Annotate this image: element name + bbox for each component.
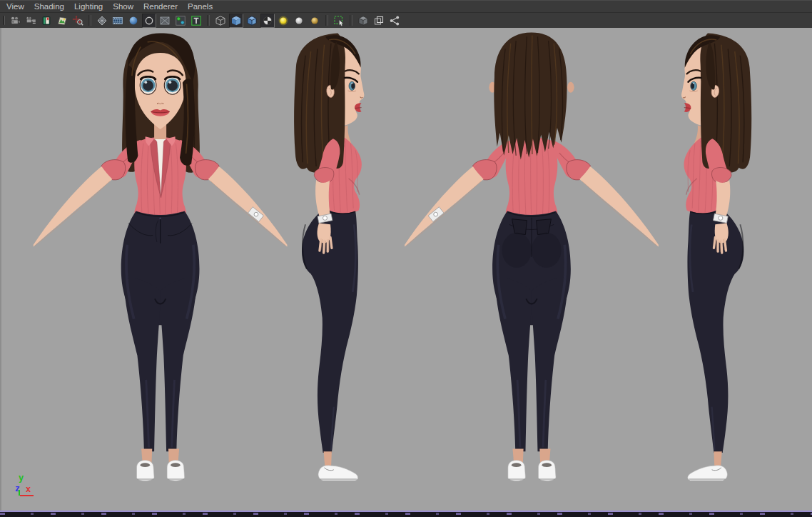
- overlap-squares-icon: [373, 15, 385, 26]
- toolbar-separator: [325, 15, 328, 26]
- camera-attributes-button[interactable]: [24, 14, 38, 28]
- shaded-sphere-button[interactable]: [126, 14, 141, 28]
- image-plane-button[interactable]: [55, 14, 69, 28]
- menu-renderer[interactable]: Renderer: [143, 1, 178, 12]
- crossed-grid-icon: [159, 15, 171, 26]
- character-back-view[interactable]: [405, 33, 659, 481]
- no-textures-button[interactable]: [158, 14, 172, 28]
- flat-lighting-button[interactable]: [292, 14, 306, 28]
- character-turnaround-scene: [0, 28, 812, 517]
- panel-toolbar: [0, 12, 812, 28]
- toolbar-separator: [207, 15, 210, 26]
- panel-menu-bar: View Shading Lighting Show Renderer Pane…: [0, 0, 812, 12]
- viewport[interactable]: y z x: [0, 28, 812, 517]
- toolbar-separator: [350, 15, 352, 26]
- shaded-cube-button[interactable]: [229, 14, 243, 28]
- image-plane-icon: [56, 15, 68, 26]
- yellow-light-icon: [278, 15, 289, 26]
- camera-attributes-icon: [25, 15, 36, 26]
- axis-x-line: [20, 495, 34, 496]
- menu-panels[interactable]: Panels: [188, 1, 213, 12]
- white-light-icon: [293, 15, 305, 26]
- shaded-cube-icon: [230, 15, 242, 26]
- wireframe-on-shaded-button[interactable]: [245, 14, 259, 28]
- textured-ball-button[interactable]: [260, 14, 275, 28]
- menu-show[interactable]: Show: [113, 1, 133, 12]
- default-lighting-button[interactable]: [276, 14, 290, 28]
- viewport-panel: View Shading Lighting Show Renderer Pane…: [0, 0, 812, 517]
- checker-ball-icon: [262, 15, 273, 26]
- menu-view[interactable]: View: [6, 1, 24, 12]
- all-lights-button[interactable]: [308, 14, 322, 28]
- toolbar-drag-handle[interactable]: [3, 16, 4, 25]
- menu-lighting[interactable]: Lighting: [74, 1, 103, 12]
- select-camera-button[interactable]: [8, 14, 22, 28]
- character-front-view[interactable]: [34, 34, 288, 481]
- pan-zoom-icon: [72, 15, 83, 26]
- node-share-button[interactable]: [387, 14, 402, 28]
- textured-display-button[interactable]: [189, 14, 203, 28]
- wireframe-cube-icon: [215, 15, 226, 26]
- character-side-left-view[interactable]: [681, 34, 751, 481]
- bookmark-book-icon: [41, 15, 52, 26]
- axis-x-label: x: [26, 486, 31, 494]
- wireframe-sphere-button[interactable]: [95, 14, 109, 28]
- gray-cube-icon: [357, 15, 369, 26]
- wireframe-on-shaded-cube-icon: [246, 15, 258, 26]
- axis-gizmo: y z x: [14, 474, 46, 503]
- gold-light-icon: [309, 15, 320, 26]
- isolate-select-button[interactable]: [332, 14, 346, 28]
- menu-shading[interactable]: Shading: [34, 1, 64, 12]
- circle-icon: [143, 15, 155, 26]
- textured-t-icon: [191, 15, 202, 26]
- material-balls-icon: [175, 15, 186, 26]
- character-side-right-view[interactable]: [294, 34, 364, 481]
- bookmarks-button[interactable]: [39, 14, 54, 28]
- select-camera-icon: [9, 15, 21, 26]
- smooth-shade-circle-button[interactable]: [142, 14, 156, 28]
- wireframe-cube-button[interactable]: [213, 14, 228, 28]
- film-grid-icon: [112, 15, 123, 26]
- share-nodes-icon: [389, 15, 400, 26]
- axis-y-label: y: [19, 474, 24, 483]
- pan-zoom-2d-button[interactable]: [71, 14, 85, 28]
- shaded-sphere-icon: [128, 15, 139, 26]
- stacked-panels-button[interactable]: [372, 14, 386, 28]
- isolate-select-icon: [333, 15, 345, 26]
- toolbar-separator: [88, 15, 91, 26]
- image-plane-bottom-strip: [0, 511, 812, 517]
- scene-cube-button[interactable]: [356, 14, 370, 28]
- film-gate-grid-button[interactable]: [111, 14, 125, 28]
- wireframe-sphere-icon: [96, 15, 108, 26]
- default-material-button[interactable]: [173, 14, 188, 28]
